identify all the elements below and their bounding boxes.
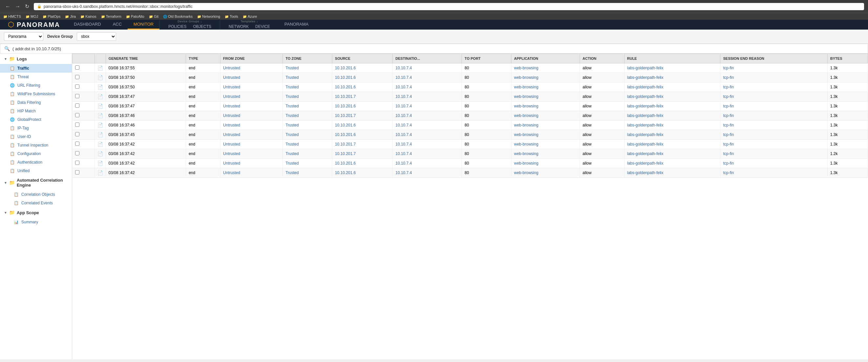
nav-panorama[interactable]: PANORAMA: [279, 20, 314, 30]
row-cell-destination[interactable]: 10.10.7.4: [393, 140, 462, 149]
row-cell-from_zone[interactable]: Untrusted: [220, 120, 283, 130]
row-cell-application[interactable]: web-browsing: [512, 111, 580, 120]
table-row[interactable]: 📄03/08 16:37:42endUntrustedTrusted10.10.…: [72, 149, 868, 159]
row-link-rule[interactable]: labs-goldenpath-felix: [627, 142, 663, 146]
forward-button[interactable]: →: [14, 3, 22, 10]
row-checkbox[interactable]: [75, 142, 80, 146]
nav-dashboard[interactable]: DASHBOARD: [68, 20, 106, 30]
sidebar-item-authentication[interactable]: 📋Authentication: [0, 158, 72, 167]
row-cell-session_end_reason[interactable]: tcp-fin: [720, 82, 827, 92]
row-link-rule[interactable]: labs-goldenpath-felix: [627, 85, 663, 89]
row-link-application[interactable]: web-browsing: [514, 142, 538, 146]
bookmark-tools[interactable]: 📁Tools: [225, 15, 238, 19]
bookmark-jira[interactable]: 📁Jira: [65, 15, 76, 19]
row-link-from_zone[interactable]: Untrusted: [223, 75, 240, 80]
row-link-source[interactable]: 10.10.201.7: [335, 94, 355, 99]
sidebar-item-traffic[interactable]: 📋Traffic: [0, 64, 72, 73]
row-link-application[interactable]: web-browsing: [514, 151, 538, 156]
row-cell-from_zone[interactable]: Untrusted: [220, 73, 283, 82]
row-detail-icon[interactable]: 📄: [97, 161, 103, 166]
row-cell-rule[interactable]: labs-goldenpath-felix: [624, 82, 720, 92]
row-link-application[interactable]: web-browsing: [514, 85, 538, 89]
row-cell-source[interactable]: 10.10.201.6: [332, 120, 393, 130]
nav-acc[interactable]: ACC: [107, 20, 128, 30]
row-cell-destination[interactable]: 10.10.7.4: [393, 159, 462, 168]
row-detail-icon-cell[interactable]: 📄: [94, 130, 105, 140]
table-row[interactable]: 📄03/08 16:37:42endUntrustedTrusted10.10.…: [72, 159, 868, 168]
row-cell-rule[interactable]: labs-goldenpath-felix: [624, 140, 720, 149]
row-link-from_zone[interactable]: Untrusted: [223, 170, 240, 175]
sidebar-item-globalprotect[interactable]: 🌐GlobalProtect: [0, 115, 72, 124]
row-cell-to_zone[interactable]: Trusted: [283, 63, 332, 73]
row-link-to_zone[interactable]: Trusted: [285, 75, 299, 80]
row-link-to_zone[interactable]: Trusted: [285, 104, 299, 108]
row-cell-to_zone[interactable]: Trusted: [283, 168, 332, 178]
row-link-session_end_reason[interactable]: tcp-fin: [723, 151, 734, 156]
row-cell-to_zone[interactable]: Trusted: [283, 111, 332, 120]
row-link-destination[interactable]: 10.10.7.4: [395, 113, 412, 118]
row-cell-source[interactable]: 10.10.201.6: [332, 159, 393, 168]
row-link-session_end_reason[interactable]: tcp-fin: [723, 75, 734, 80]
row-cell-to_zone[interactable]: Trusted: [283, 92, 332, 102]
row-cell-destination[interactable]: 10.10.7.4: [393, 82, 462, 92]
row-link-application[interactable]: web-browsing: [514, 161, 538, 166]
table-row[interactable]: 📄03/08 16:37:42endUntrustedTrusted10.10.…: [72, 140, 868, 149]
row-link-application[interactable]: web-browsing: [514, 75, 538, 80]
row-link-rule[interactable]: labs-goldenpath-felix: [627, 151, 663, 156]
address-bar[interactable]: 🔒 panorama-sbox-uks-0.sandbox.platform.h…: [34, 3, 864, 10]
row-cell-application[interactable]: web-browsing: [512, 149, 580, 159]
row-cell-from_zone[interactable]: Untrusted: [220, 63, 283, 73]
row-detail-icon[interactable]: 📄: [97, 84, 103, 90]
row-checkbox[interactable]: [75, 84, 80, 89]
row-link-from_zone[interactable]: Untrusted: [223, 161, 240, 166]
row-cell-from_zone[interactable]: Untrusted: [220, 140, 283, 149]
row-link-to_zone[interactable]: Trusted: [285, 142, 299, 146]
row-cell-session_end_reason[interactable]: tcp-fin: [720, 130, 827, 140]
table-row[interactable]: 📄03/08 16:37:46endUntrustedTrusted10.10.…: [72, 111, 868, 120]
nav-policies[interactable]: POLICIES: [165, 24, 190, 30]
row-cell-source[interactable]: 10.10.201.6: [332, 63, 393, 73]
nav-network[interactable]: NETWORK: [225, 24, 252, 30]
sidebar-item-threat[interactable]: 📋Threat: [0, 73, 72, 81]
sidebar-item-tunnel-inspection[interactable]: 📋Tunnel Inspection: [0, 141, 72, 149]
row-checkbox[interactable]: [75, 122, 80, 127]
row-link-destination[interactable]: 10.10.7.4: [395, 170, 412, 175]
row-detail-icon-cell[interactable]: 📄: [94, 92, 105, 102]
row-cell-session_end_reason[interactable]: tcp-fin: [720, 92, 827, 102]
row-cell-source[interactable]: 10.10.201.7: [332, 149, 393, 159]
row-link-session_end_reason[interactable]: tcp-fin: [723, 132, 734, 137]
row-link-rule[interactable]: labs-goldenpath-felix: [627, 161, 663, 166]
row-cell-destination[interactable]: 10.10.7.4: [393, 168, 462, 178]
row-detail-icon-cell[interactable]: 📄: [94, 140, 105, 149]
bookmark-moj[interactable]: 📁MOJ: [26, 15, 38, 19]
bookmark-kainos[interactable]: 📁Kainos: [81, 15, 96, 19]
row-cell-to_zone[interactable]: Trusted: [283, 73, 332, 82]
row-cell-session_end_reason[interactable]: tcp-fin: [720, 120, 827, 130]
row-cell-source[interactable]: 10.10.201.6: [332, 102, 393, 111]
row-checkbox[interactable]: [75, 151, 80, 156]
row-cell-application[interactable]: web-browsing: [512, 73, 580, 82]
row-cell-application[interactable]: web-browsing: [512, 63, 580, 73]
sidebar-item-wildfire-submissions[interactable]: 📋WildFire Submissions: [0, 90, 72, 98]
row-cell-session_end_reason[interactable]: tcp-fin: [720, 63, 827, 73]
sidebar-item-correlated-events[interactable]: 📋Correlated Events: [0, 199, 72, 207]
row-cell-session_end_reason[interactable]: tcp-fin: [720, 159, 827, 168]
row-link-application[interactable]: web-browsing: [514, 170, 538, 175]
row-cell-to_zone[interactable]: Trusted: [283, 120, 332, 130]
row-detail-icon-cell[interactable]: 📄: [94, 168, 105, 178]
row-link-session_end_reason[interactable]: tcp-fin: [723, 104, 734, 108]
row-cell-destination[interactable]: 10.10.7.4: [393, 92, 462, 102]
row-cell-destination[interactable]: 10.10.7.4: [393, 149, 462, 159]
row-cell-session_end_reason[interactable]: tcp-fin: [720, 140, 827, 149]
row-detail-icon-cell[interactable]: 📄: [94, 111, 105, 120]
row-link-from_zone[interactable]: Untrusted: [223, 151, 240, 156]
bookmark-old-bookmarks[interactable]: 🌐Old Bookmarks: [163, 15, 192, 19]
row-link-rule[interactable]: labs-goldenpath-felix: [627, 75, 663, 80]
row-link-from_zone[interactable]: Untrusted: [223, 85, 240, 89]
row-checkbox[interactable]: [75, 75, 80, 79]
row-link-rule[interactable]: labs-goldenpath-felix: [627, 123, 663, 128]
row-link-from_zone[interactable]: Untrusted: [223, 66, 240, 70]
table-row[interactable]: 📄03/08 16:37:55endUntrustedTrusted10.10.…: [72, 63, 868, 73]
row-checkbox[interactable]: [75, 113, 80, 117]
row-link-to_zone[interactable]: Trusted: [285, 85, 299, 89]
